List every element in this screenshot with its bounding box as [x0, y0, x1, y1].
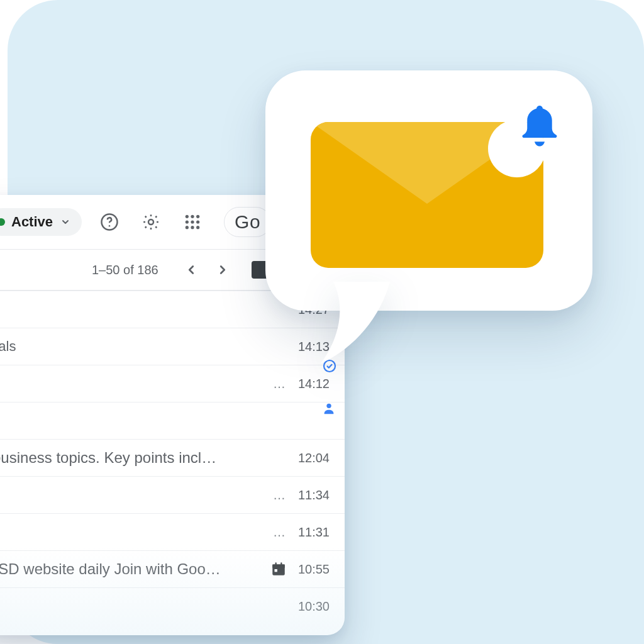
next-page-button[interactable]: [211, 258, 234, 281]
svg-point-18: [326, 404, 331, 408]
message-snippet: ) - SD website daily Join with Goo…: [0, 560, 219, 578]
svg-point-10: [191, 226, 194, 229]
message-time: 11:31: [298, 525, 330, 540]
status-label: Active: [11, 214, 53, 230]
row-meta: …11:31: [260, 525, 330, 540]
row-meta: …14:12: [260, 377, 330, 391]
table-row[interactable]: d business topics. Key points incl…12:04: [0, 439, 345, 476]
svg-point-1: [109, 225, 111, 227]
apps-grid-icon: [184, 214, 201, 230]
status-chip[interactable]: Active: [0, 208, 82, 236]
message-snippet: d business topics. Key points incl…: [0, 449, 216, 467]
calendar-icon: [270, 561, 287, 577]
table-row[interactable]: ) - SD website daily Join with Goo…10:55: [0, 550, 345, 587]
svg-point-3: [186, 215, 189, 218]
more-icon: …: [273, 488, 287, 502]
message-time: 12:04: [298, 451, 330, 465]
message-snippet: onials: [0, 338, 16, 355]
svg-point-2: [148, 219, 153, 225]
page-count: 1–50 of 186: [92, 263, 158, 277]
chevron-down-icon: [60, 217, 70, 227]
status-dot-icon: [0, 218, 5, 226]
table-row[interactable]: ov…11:31: [0, 513, 345, 550]
help-icon: [100, 213, 119, 231]
more-icon: …: [273, 525, 287, 540]
svg-point-4: [191, 215, 194, 218]
bell-icon: [512, 99, 567, 155]
account-chip[interactable]: Go: [224, 207, 271, 237]
chevron-left-icon: [184, 263, 198, 277]
row-meta: 10:30: [260, 599, 330, 614]
table-row[interactable]: [0, 402, 345, 439]
prev-page-button[interactable]: [180, 258, 203, 281]
svg-rect-14: [274, 569, 277, 572]
message-time: 10:30: [298, 599, 330, 614]
svg-point-9: [186, 226, 189, 229]
more-icon: …: [273, 377, 287, 391]
svg-point-11: [196, 226, 199, 229]
gear-icon: [142, 213, 160, 231]
message-time: 11:34: [298, 488, 330, 502]
table-row[interactable]: tes10:30: [0, 587, 345, 625]
message-time: 10:55: [298, 562, 330, 577]
row-meta: 12:04: [260, 451, 330, 465]
svg-rect-16: [280, 562, 282, 565]
logo-text: Go: [235, 211, 260, 233]
contacts-icon[interactable]: [322, 401, 337, 416]
svg-point-5: [196, 215, 199, 218]
apps-grid-button[interactable]: [179, 208, 206, 236]
row-meta: 10:55: [260, 561, 330, 577]
row-meta: …11:34: [260, 488, 330, 502]
message-list: 14:27onials14:13…14:12d business topics.…: [0, 291, 345, 625]
row-meta: 14:13: [260, 340, 330, 354]
help-button[interactable]: [96, 208, 123, 236]
table-row[interactable]: …11:34: [0, 476, 345, 513]
svg-point-7: [191, 220, 194, 223]
chevron-right-icon: [216, 263, 230, 277]
svg-rect-13: [272, 564, 285, 567]
table-row[interactable]: …14:12: [0, 365, 345, 402]
svg-point-6: [186, 220, 189, 223]
table-row[interactable]: onials14:13: [0, 328, 345, 365]
svg-rect-15: [275, 562, 277, 565]
envelope-icon: [311, 122, 543, 268]
settings-button[interactable]: [137, 208, 165, 236]
svg-point-8: [196, 220, 199, 223]
